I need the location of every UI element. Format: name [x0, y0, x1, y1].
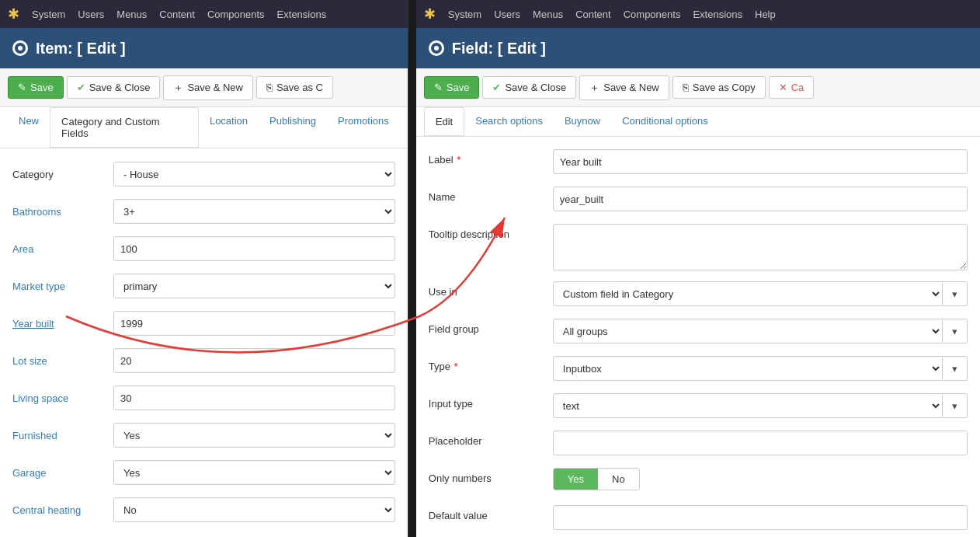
nav-components-left[interactable]: Components — [207, 9, 265, 20]
year-built-label[interactable]: Year built — [12, 318, 113, 330]
only-numbers-no-btn[interactable]: No — [598, 469, 639, 490]
save-as-button-left[interactable]: ⎘ Save as C — [256, 76, 333, 99]
central-heating-label[interactable]: Central heating — [12, 504, 113, 516]
tab-location-left[interactable]: Location — [199, 107, 259, 148]
save-new-button-right[interactable]: ＋ Save & New — [579, 75, 669, 100]
year-built-input[interactable] — [113, 311, 395, 336]
nav-system-left[interactable]: System — [32, 9, 65, 20]
input-type-dropdown-btn[interactable]: ▾ — [943, 393, 968, 418]
label-field-label: Label * — [429, 149, 553, 166]
category-row: Category - House — [12, 161, 395, 187]
tab-conditional-right[interactable]: Conditional options — [611, 107, 719, 136]
radio-icon-right — [429, 40, 444, 56]
save-icon-right: ✎ — [434, 82, 443, 93]
category-select[interactable]: - House — [113, 162, 395, 187]
type-select[interactable]: Inputbox — [553, 356, 943, 381]
joomla-logo-left: ✱ — [8, 7, 19, 21]
furnished-label[interactable]: Furnished — [12, 430, 113, 441]
label-field-input[interactable]: Year built — [553, 149, 968, 174]
market-type-select[interactable]: primary — [113, 274, 395, 298]
left-page-title-bar: Item: [ Edit ] — [0, 28, 408, 68]
nav-system-right[interactable]: System — [448, 9, 481, 20]
garage-select[interactable]: Yes No — [113, 460, 395, 485]
category-label: Category — [12, 169, 113, 180]
tab-new-left[interactable]: New — [8, 107, 50, 148]
bathrooms-row: Bathrooms 3+ — [12, 198, 395, 225]
market-type-label[interactable]: Market type — [12, 281, 113, 292]
joomla-logo-right: ✱ — [424, 7, 436, 21]
use-in-dropdown-btn[interactable]: ▾ — [943, 281, 968, 306]
area-input[interactable] — [113, 236, 395, 261]
tab-publishing-left[interactable]: Publishing — [259, 107, 327, 148]
field-group-select[interactable]: All groups — [553, 319, 943, 343]
right-toolbar: ✎ Save ✔ Save & Close ＋ Save & New ⎘ Sav… — [416, 68, 980, 107]
copy-icon-right: ⎘ — [683, 82, 689, 93]
panel-separator — [408, 0, 416, 537]
nav-users-right[interactable]: Users — [494, 9, 520, 20]
input-type-row: Input type text ▾ — [429, 393, 968, 420]
tab-promotions-left[interactable]: Promotions — [327, 107, 400, 148]
use-in-select[interactable]: Custom field in Category — [553, 281, 943, 306]
type-dropdown-btn[interactable]: ▾ — [943, 356, 968, 381]
lot-size-row: Lot size — [12, 347, 395, 374]
tab-buynow-right[interactable]: Buynow — [554, 107, 611, 136]
nav-extensions-left[interactable]: Extensions — [277, 9, 327, 20]
living-space-row: Living space — [12, 385, 395, 411]
check-icon-left: ✔ — [77, 82, 85, 93]
left-tabs: New Category and Custom Fields Location … — [0, 107, 408, 148]
right-navbar: ✱ System Users Menus Content Components … — [416, 0, 980, 28]
nav-components-right[interactable]: Components — [624, 9, 681, 20]
field-group-dropdown-btn[interactable]: ▾ — [943, 319, 968, 343]
cancel-button-right[interactable]: ✕ Ca — [769, 76, 815, 99]
plus-icon-right: ＋ — [589, 81, 599, 95]
tab-search-options-right[interactable]: Search options — [464, 107, 554, 136]
year-built-row: Year built — [12, 310, 395, 336]
save-new-button-left[interactable]: ＋ Save & New — [163, 75, 253, 100]
placeholder-input[interactable] — [553, 431, 968, 455]
lot-size-label[interactable]: Lot size — [12, 355, 113, 367]
save-button-left[interactable]: ✎ Save — [8, 76, 64, 99]
furnished-select[interactable]: Yes No — [113, 423, 395, 448]
market-type-row: Market type primary — [12, 273, 395, 299]
nav-users-left[interactable]: Users — [78, 9, 104, 20]
only-numbers-yes-btn[interactable]: Yes — [554, 469, 598, 490]
nav-menus-left[interactable]: Menus — [116, 9, 147, 20]
area-label[interactable]: Area — [12, 243, 113, 255]
nav-extensions-right[interactable]: Extensions — [693, 9, 742, 20]
nav-content-left[interactable]: Content — [159, 9, 195, 20]
tooltip-textarea[interactable] — [553, 224, 968, 270]
default-value-input[interactable] — [553, 505, 968, 530]
input-type-label: Input type — [429, 393, 553, 410]
right-page-title: Field: [ Edit ] — [452, 40, 546, 58]
only-numbers-row: Only numbers Yes No — [429, 468, 968, 494]
bathrooms-select[interactable]: 3+ — [113, 199, 395, 224]
left-content: Category - House Bathrooms 3+ Area Marke… — [0, 148, 408, 537]
right-tabs: Edit Search options Buynow Conditional o… — [416, 107, 980, 137]
garage-label[interactable]: Garage — [12, 467, 113, 479]
save-button-right[interactable]: ✎ Save — [424, 76, 480, 99]
lot-size-input[interactable] — [113, 348, 395, 373]
living-space-input[interactable] — [113, 385, 395, 410]
tab-category-left[interactable]: Category and Custom Fields — [50, 107, 199, 148]
living-space-label[interactable]: Living space — [12, 392, 113, 404]
nav-help-right[interactable]: Help — [755, 9, 776, 20]
central-heating-select[interactable]: No Yes — [113, 497, 395, 522]
save-close-button-left[interactable]: ✔ Save & Close — [67, 76, 161, 99]
input-type-select[interactable]: text — [553, 393, 943, 418]
save-copy-button-right[interactable]: ⎘ Save as Copy — [672, 76, 766, 99]
bathrooms-label[interactable]: Bathrooms — [12, 206, 113, 218]
label-row: Label * Year built — [429, 149, 968, 176]
name-field-input[interactable]: year_built — [553, 187, 968, 211]
right-content: Label * Year built Name year_built Toolt… — [416, 137, 980, 537]
nav-content-right[interactable]: Content — [575, 9, 611, 20]
save-close-button-right[interactable]: ✔ Save & Close — [482, 76, 576, 99]
plus-icon-left: ＋ — [173, 81, 183, 95]
radio-icon-left — [12, 40, 28, 56]
use-in-row: Use in Custom field in Category ▾ — [429, 281, 968, 308]
nav-menus-right[interactable]: Menus — [533, 9, 563, 20]
tab-edit-right[interactable]: Edit — [424, 107, 464, 137]
type-row: Type * Inputbox ▾ — [429, 356, 968, 382]
input-type-select-wrapper: text ▾ — [553, 393, 968, 418]
x-icon-right: ✕ — [779, 82, 787, 93]
left-toolbar: ✎ Save ✔ Save & Close ＋ Save & New ⎘ Sav… — [0, 68, 408, 107]
